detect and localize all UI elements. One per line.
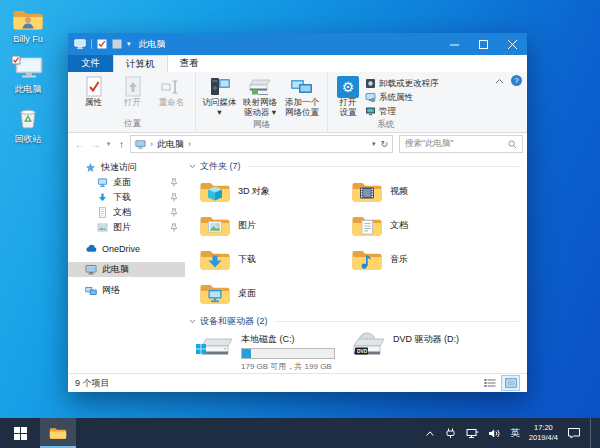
- help-icon[interactable]: ?: [511, 75, 522, 86]
- properties-button[interactable]: 属性: [75, 74, 112, 108]
- show-desktop-strip[interactable]: [590, 418, 595, 448]
- group-label-system: 系统: [333, 118, 439, 133]
- rename-icon: [161, 78, 183, 96]
- minimize-button[interactable]: [440, 33, 469, 55]
- taskbar-clock[interactable]: 17:20 2019/4/4: [529, 423, 558, 443]
- sidebar-item-network[interactable]: 网络: [68, 283, 185, 298]
- computer-icon: [74, 39, 86, 49]
- computer-icon: [85, 264, 97, 275]
- desktop-icon-this-pc[interactable]: 此电脑: [0, 55, 56, 96]
- pictures-folder-icon: [199, 213, 231, 238]
- search-icon: [508, 140, 517, 149]
- desktop-icon-recycle-bin[interactable]: 回收站: [0, 104, 56, 146]
- folder-tile-downloads[interactable]: 下载: [199, 244, 351, 275]
- desktop-icon-user-folder[interactable]: Billy Fu: [0, 7, 56, 44]
- address-field[interactable]: › 此电脑 › ▾ ↻: [130, 135, 393, 153]
- add-network-location-button[interactable]: 添加一个网络位置: [282, 74, 322, 118]
- sidebar-item-documents[interactable]: 文档: [68, 205, 185, 220]
- folder-tile-documents[interactable]: 文档: [351, 210, 519, 241]
- collapse-ribbon-icon[interactable]: [495, 78, 504, 84]
- power-plug-icon[interactable]: [444, 428, 457, 439]
- window-title: 此电脑: [139, 38, 166, 51]
- header-rule: [275, 321, 520, 322]
- address-bar-row: ← → ▾ ↑ › 此电脑 › ▾ ↻ 搜索"此电脑": [68, 133, 527, 155]
- show-hidden-icons-chevron-icon[interactable]: [425, 430, 435, 437]
- folder-tile-videos[interactable]: 视频: [351, 176, 519, 207]
- action-center-icon[interactable]: [567, 427, 581, 439]
- manage-button[interactable]: 管理: [365, 105, 439, 118]
- ribbon-tab-row: 文件 计算机 查看: [68, 55, 527, 72]
- map-drive-icon: [247, 77, 273, 97]
- details-view-icon[interactable]: [480, 375, 499, 391]
- tab-computer[interactable]: 计算机: [113, 55, 168, 72]
- star-icon: [85, 162, 96, 173]
- sidebar-item-desktop[interactable]: 桌面: [68, 175, 185, 190]
- media-server-icon: [208, 76, 232, 98]
- clock-date: 2019/4/4: [529, 433, 558, 443]
- status-bar: 9 个项目: [68, 373, 527, 392]
- 3d-objects-folder-icon: [199, 179, 231, 204]
- forward-icon[interactable]: →: [88, 139, 103, 150]
- large-icons-view-icon[interactable]: [501, 375, 520, 391]
- download-icon: [97, 192, 108, 203]
- desktop-icon: [97, 177, 108, 188]
- folder-tile-3d-objects[interactable]: 3D 对象: [199, 176, 351, 207]
- folders-section-header[interactable]: 文件夹 (7): [189, 158, 519, 174]
- folder-tile-pictures[interactable]: 图片: [199, 210, 351, 241]
- open-icon: [124, 76, 142, 97]
- drive-name: DVD 驱动器 (D:): [393, 333, 459, 346]
- folder-tile-music[interactable]: 音乐: [351, 244, 519, 275]
- refresh-icon[interactable]: ↻: [380, 139, 388, 149]
- drive-tile-dvd-d[interactable]: DVD DVD 驱动器 (D:): [347, 332, 519, 372]
- back-icon[interactable]: ←: [72, 139, 87, 150]
- sidebar-item-onedrive[interactable]: OneDrive: [68, 241, 185, 256]
- ime-indicator[interactable]: 英: [510, 427, 520, 440]
- open-settings-button[interactable]: ⚙ 打开设置: [333, 74, 363, 118]
- system-properties-button[interactable]: 系统属性: [365, 91, 439, 104]
- open-button[interactable]: 打开: [114, 74, 151, 108]
- breadcrumb[interactable]: 此电脑: [157, 138, 184, 151]
- folder-tile-desktop[interactable]: 桌面: [199, 278, 351, 309]
- properties-qat-icon[interactable]: [97, 39, 107, 49]
- start-button[interactable]: [0, 418, 40, 448]
- tab-file[interactable]: 文件: [68, 55, 113, 72]
- breadcrumb-chevron-icon[interactable]: ›: [188, 139, 191, 149]
- chevron-down-icon: [189, 164, 196, 169]
- documents-folder-icon: [351, 213, 383, 238]
- sidebar-item-downloads[interactable]: 下载: [68, 190, 185, 205]
- search-placeholder: 搜索"此电脑": [405, 138, 454, 150]
- volume-icon[interactable]: [488, 428, 501, 439]
- up-icon[interactable]: ↑: [114, 139, 129, 150]
- maximize-button[interactable]: [469, 33, 498, 55]
- drive-tile-local-disk-c[interactable]: 本地磁盘 (C:) 179 GB 可用，共 199 GB: [195, 332, 347, 372]
- sidebar-item-quick-access[interactable]: 快速访问: [68, 160, 185, 175]
- devices-section-header[interactable]: 设备和驱动器 (2): [189, 313, 519, 329]
- desktop-background: Billy Fu 此电脑 回收站 ▾ 此电脑: [0, 0, 600, 448]
- this-pc-icon: [11, 55, 45, 81]
- uninstall-program-button[interactable]: 卸载或更改程序: [365, 77, 439, 90]
- taskbar-file-explorer-button[interactable]: [40, 418, 76, 448]
- dvd-drive-icon: DVD: [347, 332, 387, 360]
- close-button[interactable]: [498, 33, 527, 55]
- search-input[interactable]: 搜索"此电脑": [399, 135, 523, 153]
- network-status-icon[interactable]: [466, 428, 479, 439]
- system-tray: 英 17:20 2019/4/4: [425, 418, 600, 448]
- videos-folder-icon: [351, 179, 383, 204]
- map-network-drive-button[interactable]: 映射网络驱动器 ▾: [240, 74, 280, 118]
- address-dropdown-caret-icon[interactable]: ▾: [372, 140, 376, 148]
- access-media-button[interactable]: 访问媒体▾: [201, 74, 238, 118]
- qat-customize-caret-icon[interactable]: ▾: [127, 40, 131, 48]
- recent-locations-caret-icon[interactable]: ▾: [104, 140, 113, 148]
- new-folder-qat-icon[interactable]: [112, 39, 122, 49]
- rename-button[interactable]: 重命名: [153, 74, 190, 108]
- drive-capacity-bar: [241, 348, 335, 359]
- system-properties-icon: [365, 92, 376, 103]
- title-bar[interactable]: ▾ 此电脑: [68, 33, 527, 55]
- manage-icon: [365, 106, 376, 117]
- tab-view[interactable]: 查看: [168, 55, 211, 72]
- breadcrumb-computer-icon: [135, 140, 146, 149]
- sidebar-item-this-pc[interactable]: 此电脑: [68, 262, 185, 277]
- sidebar-item-pictures[interactable]: 图片: [68, 220, 185, 235]
- group-label-location: 位置: [75, 117, 190, 132]
- chevron-down-icon: [189, 319, 196, 324]
